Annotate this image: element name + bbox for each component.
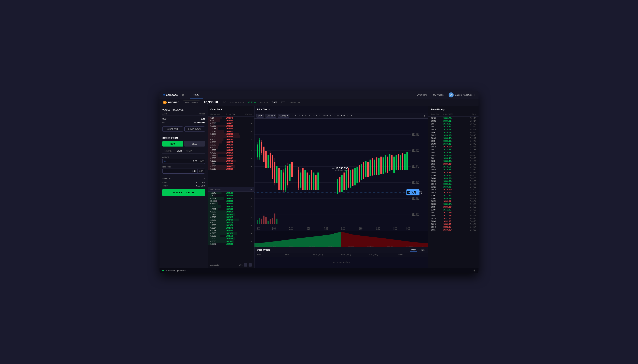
nav-tab-trade[interactable]: Trade: [190, 91, 203, 99]
max-label[interactable]: Max: [163, 159, 169, 163]
amount-input[interactable]: [169, 159, 199, 164]
limit-price-currency: USD: [198, 169, 205, 173]
volume-currency: BTC: [281, 101, 285, 104]
tab-fills[interactable]: Fills: [420, 248, 426, 251]
svg-text:8:00: 8:00: [393, 226, 397, 231]
wallet-buttons: ⊕ DEPOSIT ⊖ WITHDRAW: [162, 126, 205, 132]
trade-history-row: 0.0023 10336.97 ↗ 9:48:53: [428, 202, 478, 206]
trade-history-row: 0.0048 10332.95 ↘ 9:48:28: [428, 220, 478, 223]
fee-row: Fee ≈ 0.00 USD: [162, 181, 205, 184]
v-label: V:: [347, 115, 349, 116]
trade-history-row: 0.4000 10336.80 ↗ 9:49:06: [428, 177, 478, 180]
svg-rect-63: [359, 165, 360, 182]
trade-history-row: 0.0076 10335.00 ↘ 9:49:02: [428, 188, 478, 191]
status-text: All Systems Operational: [165, 270, 186, 272]
order-book-bid-row: 2.5000 10334.95 -: [208, 194, 254, 197]
avatar: SN: [449, 92, 454, 98]
depth-chart-svg: -300 $10,180 $10,230 $10,280 $10,330 $10…: [255, 231, 428, 247]
order-book-bid-row: 0.0037 10326.45 -: [208, 226, 254, 229]
svg-text:-300: -300: [256, 245, 259, 247]
svg-rect-94: [274, 214, 275, 224]
place-order-button[interactable]: PLACE BUY ORDER: [162, 189, 205, 196]
tab-stop[interactable]: STOP: [184, 149, 194, 153]
order-book-ask-row: 3.14 10344.45 -: [208, 116, 254, 119]
my-orders-link[interactable]: My Orders: [415, 93, 428, 97]
amount-group: Amount Max BTC: [162, 156, 205, 164]
order-book-ask-row: 2.4140 10336.55 -: [208, 162, 254, 165]
svg-rect-48: [309, 175, 310, 190]
l-value: 10,336.78: [323, 115, 331, 116]
trade-history-row: 0.0076 10335.13 ↗ 9:49:48: [428, 128, 478, 131]
user-menu[interactable]: SN Satoshi Nakamoto ▾: [449, 92, 475, 98]
agg-increase-button[interactable]: +: [249, 263, 252, 266]
tab-limit[interactable]: LIMIT: [175, 149, 184, 153]
buy-button[interactable]: BUY: [162, 141, 183, 146]
order-type-tabs: MARKET LIMIT STOP: [162, 149, 205, 154]
col-price: Price (USD): [341, 254, 369, 256]
svg-rect-73: [380, 156, 382, 174]
depth-chart: -300 $10,180 $10,230 $10,280 $10,330 $10…: [255, 231, 428, 247]
col-price-usd: Price (USD): [226, 114, 241, 115]
order-book-ask-row: 2.0000 10341.95 -: [208, 144, 254, 146]
order-book-bid-row: 1.2904 10329.35 -: [208, 208, 254, 210]
l-label: L:: [319, 115, 321, 116]
candlestick-chart: $10,425 $10,400 $10,375 $10,350 $10,336.…: [255, 118, 428, 231]
o-label: O:: [291, 115, 293, 116]
logo: ● coinbase Pro: [163, 93, 184, 97]
trade-history-row: 0.0016 10332.95 ↘ 9:48:24: [428, 223, 478, 226]
order-book-bid-row: 0.6168 10326.30 -: [208, 232, 254, 235]
trade-history-row: 0.0463 10338.42 ↗ 9:49:47: [428, 137, 478, 140]
trade-history-row: 0.011 10336.00 ↘ 9:49:20: [428, 162, 478, 165]
chart-type-button[interactable]: Candle ▾: [265, 114, 276, 118]
svg-rect-95: [276, 219, 277, 224]
tab-market[interactable]: MARKET: [162, 149, 175, 153]
order-book-ask-row: 0.6000 10341.80 -: [208, 146, 254, 149]
open-orders-empty: No orders to show: [255, 257, 428, 268]
limit-price-input[interactable]: [163, 169, 198, 174]
select-market-button[interactable]: Select Market ▾: [183, 100, 200, 104]
order-form-title: Order Form: [162, 137, 205, 139]
trade-history-row: 0.007 10338.42 ↗ 9:45:35: [428, 148, 478, 151]
svg-text:6:00: 6:00: [359, 226, 362, 231]
svg-text:$10,480: $10,480: [387, 245, 393, 247]
svg-rect-81: [398, 154, 399, 170]
sell-button[interactable]: SELL: [184, 141, 205, 146]
change-label: 24h price: [260, 102, 268, 104]
svg-rect-76: [387, 156, 388, 173]
overlay-button[interactable]: Overlay ▾: [278, 114, 289, 118]
chart-expand-button[interactable]: ▶: [423, 114, 426, 117]
svg-rect-89: [263, 216, 264, 224]
col-side: Side: [257, 254, 285, 256]
advanced-toggle[interactable]: Advanced ▾: [162, 176, 205, 181]
svg-rect-85: [406, 152, 408, 170]
svg-rect-62: [356, 167, 358, 183]
trade-history-row: 0.0196 10336.42 ↗ 9:49:43: [428, 142, 478, 145]
balance-header: Asset Amount: [162, 113, 205, 116]
tab-open[interactable]: Open: [410, 248, 417, 252]
timeframe-button[interactable]: 5m ▾: [256, 114, 264, 118]
settings-icon[interactable]: ⚙: [473, 269, 476, 272]
trade-history-row: 0.0952 10336.81 ↗ 9:50:14: [428, 120, 478, 122]
logo-text: coinbase: [166, 93, 178, 96]
my-wallets-link[interactable]: My Wallets: [432, 93, 445, 97]
order-book-bid-row: 1.0322 10326.50 -: [208, 224, 254, 226]
svg-text:$10,430: $10,430: [367, 245, 374, 247]
svg-text:$10,530: $10,530: [406, 245, 413, 247]
trade-history-row: 0.3442 10336.84 ↗ 9:48:54: [428, 197, 478, 200]
svg-rect-75: [385, 155, 386, 172]
spread-row: USD Spread 1.19: [208, 187, 254, 192]
deposit-button[interactable]: ⊕ DEPOSIT: [162, 126, 183, 132]
agg-decrease-button[interactable]: −: [244, 263, 247, 266]
withdraw-button[interactable]: ⊖ WITHDRAW: [184, 126, 205, 132]
trade-history-row: 0.1821 10338.98 ↗ 9:49:02: [428, 186, 478, 188]
chevron-down-icon: ▾: [287, 114, 288, 117]
order-book-ask-row: 3.0000 10336.35 -: [208, 165, 254, 168]
svg-rect-64: [361, 164, 362, 180]
col-filled: Filled (BTC): [313, 254, 341, 256]
trade-history-row: 0.001 10338.42 ↗ 9:49:26: [428, 157, 478, 160]
svg-text:3:00: 3:00: [307, 226, 310, 231]
svg-rect-50: [313, 172, 314, 190]
order-book-ask-row: 1.4371 10340.00 -: [208, 154, 254, 157]
svg-text:$10,380: $10,380: [348, 245, 354, 247]
svg-rect-91: [268, 221, 269, 224]
